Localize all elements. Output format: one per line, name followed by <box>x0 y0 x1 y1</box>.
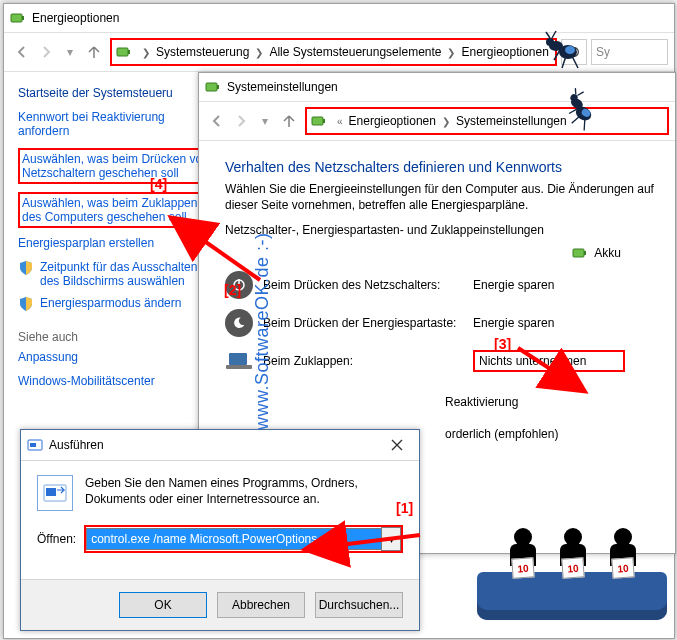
crumb-item[interactable]: Energieoptionen <box>347 114 438 128</box>
crumb-item[interactable]: Systemsteuerung <box>154 45 251 59</box>
row-label: Beim Zuklappen: <box>263 354 463 368</box>
column-akku-label: Akku <box>594 246 621 260</box>
svg-point-23 <box>546 38 554 46</box>
score-card: 10 <box>561 557 584 578</box>
chevron-right-icon: ❯ <box>438 116 454 127</box>
main-search-input[interactable]: Sy <box>591 39 668 65</box>
svg-rect-17 <box>46 488 56 496</box>
svg-rect-2 <box>117 48 128 56</box>
battery-icon <box>572 245 588 261</box>
run-open-label: Öffnen: <box>37 532 76 546</box>
chevron-right-icon: ❯ <box>138 47 154 58</box>
judges-decoration: 10 10 10 <box>477 520 667 620</box>
main-title: Energieoptionen <box>32 11 119 25</box>
shield-icon <box>18 296 34 312</box>
row-sleep-button: Beim Drücken der Energiespartaste: Energ… <box>225 309 661 337</box>
battery-icon <box>116 44 132 60</box>
svg-rect-15 <box>30 443 36 447</box>
sidebar-item-displayoff[interactable]: Zeitpunkt für das Ausschalten des Bildsc… <box>40 260 218 288</box>
score-card: 10 <box>511 557 534 578</box>
row-label: Beim Drücken der Energiespartaste: <box>263 316 463 330</box>
nav-history-icon[interactable]: ▾ <box>58 40 82 64</box>
see-also-header: Siehe auch <box>18 330 218 344</box>
nav-fwd-icon[interactable] <box>34 40 58 64</box>
svg-rect-9 <box>584 251 586 255</box>
row-value-sleep[interactable]: Energie sparen <box>473 316 613 330</box>
sidebar-item-lidclose-box: Auswählen, was beim Zuklappen des Comput… <box>18 192 218 228</box>
see-also-anpassung[interactable]: Anpassung <box>18 350 218 364</box>
svg-rect-8 <box>573 249 584 257</box>
row-value-lid[interactable]: Nichts unternehmen <box>473 350 625 372</box>
sidebar-item-powerbutton-box: Auswählen, was beim Drücken von Netzscha… <box>18 148 218 184</box>
nav-up-icon[interactable] <box>277 109 301 133</box>
run-dropdown-button[interactable]: ▾ <box>381 527 401 551</box>
svg-rect-13 <box>226 365 252 369</box>
close-button[interactable] <box>374 431 419 459</box>
inner-heading: Verhalten des Netzschalters definieren u… <box>225 159 661 175</box>
svg-point-29 <box>565 46 575 54</box>
run-dialog: Ausführen Geben Sie den Namen eines Prog… <box>20 429 420 631</box>
svg-rect-5 <box>217 85 219 89</box>
svg-line-25 <box>552 31 556 38</box>
search-placeholder: Sy <box>596 45 610 59</box>
run-command-input[interactable] <box>86 528 381 550</box>
run-app-icon <box>27 437 43 453</box>
svg-line-34 <box>577 90 583 97</box>
crumb-item[interactable]: Alle Systemsteuerungselemente <box>267 45 443 59</box>
trailing-line: orderlich (empfohlen) <box>445 427 661 441</box>
sidebar-item-powerbutton[interactable]: Auswählen, was beim Drücken von Netzscha… <box>22 152 214 180</box>
row-lid-close: Beim Zuklappen: Nichts unternehmen <box>225 347 661 375</box>
run-dialog-icon <box>37 475 73 511</box>
run-title: Ausführen <box>49 438 104 452</box>
run-input-wrap: ▾ <box>84 525 403 553</box>
annotation-2: [2] <box>224 282 241 298</box>
svg-rect-0 <box>11 14 22 22</box>
nav-fwd-icon[interactable] <box>229 109 253 133</box>
sidebar-home-link[interactable]: Startseite der Systemsteueru <box>18 86 218 100</box>
chevron-right-icon: ❯ <box>443 47 459 58</box>
annotation-3: [3] <box>494 336 511 352</box>
nav-back-icon[interactable] <box>10 40 34 64</box>
sidebar-item-createplan[interactable]: Energiesparplan erstellen <box>18 236 218 250</box>
run-button-row: OK Abbrechen Durchsuchen... <box>21 579 419 630</box>
svg-line-33 <box>573 88 579 94</box>
nav-history-icon[interactable]: ▾ <box>253 109 277 133</box>
svg-rect-1 <box>22 16 24 20</box>
svg-rect-3 <box>128 50 130 54</box>
score-card: 10 <box>611 557 634 578</box>
svg-rect-12 <box>229 353 247 365</box>
sidebar-item-password[interactable]: Kennwort bei Reaktivierung anfordern <box>18 110 218 138</box>
sidebar-item-sleepmode[interactable]: Energiesparmodus ändern <box>40 296 181 310</box>
ok-button[interactable]: OK <box>119 592 207 618</box>
watermark-text: www.SoftwareOK.de :-) <box>252 232 273 430</box>
row-label: Beim Drücken des Netzschalters: <box>263 278 463 292</box>
annotation-4: [4] <box>150 176 167 192</box>
row-value-power[interactable]: Energie sparen <box>473 278 613 292</box>
cancel-button[interactable]: Abbrechen <box>217 592 305 618</box>
laptop-icon <box>225 347 253 375</box>
svg-rect-7 <box>323 119 325 123</box>
browse-button[interactable]: Durchsuchen... <box>315 592 403 618</box>
inner-breadcrumb[interactable]: « Energieoptionen ❯ Systemeinstellungen <box>305 107 669 135</box>
run-description: Geben Sie den Namen eines Programms, Ord… <box>85 475 403 511</box>
svg-line-37 <box>579 119 589 131</box>
sidebar-item-lidclose[interactable]: Auswählen, was beim Zuklappen des Comput… <box>22 196 214 224</box>
chevron-right-icon: ❯ <box>251 47 267 58</box>
battery-icon <box>205 79 221 95</box>
chevron-left-icon: « <box>333 116 347 127</box>
see-also-mobility[interactable]: Windows-Mobilitätscenter <box>18 374 218 388</box>
moon-icon <box>225 309 253 337</box>
svg-line-24 <box>546 32 550 38</box>
main-breadcrumb[interactable]: ❯ Systemsteuerung ❯ Alle Systemsteuerung… <box>110 38 557 66</box>
shield-icon <box>18 260 34 276</box>
battery-icon <box>311 113 327 129</box>
inner-description: Wählen Sie die Energieeinstellungen für … <box>225 181 661 213</box>
run-titlebar[interactable]: Ausführen <box>21 430 419 461</box>
row-power-button: Beim Drücken des Netzschalters: Energie … <box>225 271 661 299</box>
nav-up-icon[interactable] <box>82 40 106 64</box>
nav-back-icon[interactable] <box>205 109 229 133</box>
ant-decoration <box>540 26 586 72</box>
crumb-item[interactable]: Energieoptionen <box>459 45 550 59</box>
inner-title: Systemeinstellungen <box>227 80 338 94</box>
battery-icon <box>10 10 26 26</box>
